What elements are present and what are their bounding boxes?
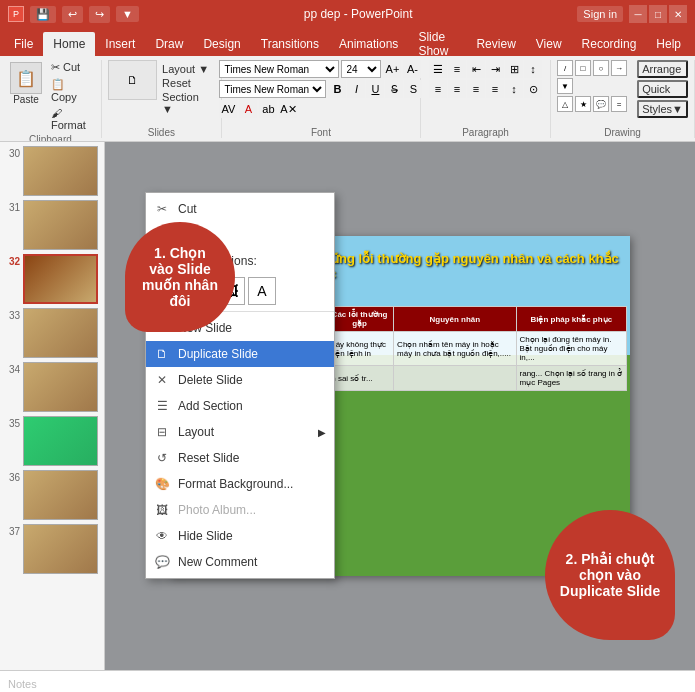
slide-num-32: 32 [4, 256, 20, 267]
shape-star[interactable]: ★ [575, 96, 591, 112]
layout-icon: ⊟ [154, 424, 170, 440]
title-bar: P 💾 ↩ ↪ ▼ pp dep - PowerPoint Sign in ─ … [0, 0, 695, 28]
cell-loi-2: In sai số tr... [326, 366, 394, 391]
tab-animations[interactable]: Animations [329, 32, 408, 56]
slide-thumb-33[interactable]: 33 [4, 308, 100, 358]
tab-slideshow[interactable]: Slide Show [408, 32, 466, 56]
tab-recording[interactable]: Recording [572, 32, 647, 56]
slide-thumb-32[interactable]: 32 [4, 254, 100, 304]
font-control-panel: Times New Roman 24 A+ A- Times New Roman… [219, 60, 422, 118]
font-size-select[interactable]: 24 [341, 60, 381, 78]
ctx-photo-album: 🖼 Photo Album... [146, 497, 334, 523]
italic-button[interactable]: I [347, 80, 365, 98]
ctx-new-comment[interactable]: 💬 New Comment [146, 549, 334, 575]
line-spacing-button[interactable]: ↕ [505, 80, 523, 98]
slide-thumb-36[interactable]: 36 [4, 470, 100, 520]
save-button[interactable]: 💾 [30, 6, 56, 23]
bold-button[interactable]: B [328, 80, 346, 98]
slide-thumb-37[interactable]: 37 [4, 524, 100, 574]
shape-arrow[interactable]: → [611, 60, 627, 76]
justify-button[interactable]: ≡ [486, 80, 504, 98]
hide-slide-icon: 👁 [154, 528, 170, 544]
tab-draw[interactable]: Draw [145, 32, 193, 56]
shape-triangle[interactable]: △ [557, 96, 573, 112]
slide-panel: 30 31 32 33 34 35 36 37 [0, 142, 105, 670]
strikethrough-button[interactable]: S̶ [385, 80, 403, 98]
annotation-1-text: 1. Chọn vào Slide muốn nhân đôi [134, 237, 226, 317]
decrease-font-button[interactable]: A- [403, 60, 421, 78]
shape-line[interactable]: / [557, 60, 573, 76]
slide-img-33 [23, 308, 98, 358]
slide-thumb-30[interactable]: 30 [4, 146, 100, 196]
customize-qat-button[interactable]: ▼ [116, 6, 139, 22]
bullets-button[interactable]: ☰ [429, 60, 447, 78]
tab-design[interactable]: Design [193, 32, 250, 56]
increase-indent-button[interactable]: ⇥ [486, 60, 504, 78]
font-family-select-2[interactable]: Times New Roman [219, 80, 326, 98]
slide-thumb-35[interactable]: 35 [4, 416, 100, 466]
ctx-duplicate-slide[interactable]: 🗋 Duplicate Slide [146, 341, 334, 367]
arrange-button[interactable]: Arrange [637, 60, 688, 78]
tab-review[interactable]: Review [466, 32, 525, 56]
ctx-reset-slide[interactable]: ↺ Reset Slide [146, 445, 334, 471]
format-painter-button[interactable]: 🖌 Format [48, 106, 95, 132]
char-spacing-button[interactable]: AV [219, 100, 237, 118]
ctx-new-comment-label: New Comment [178, 555, 257, 569]
paste-button[interactable]: 📋 Paste [6, 60, 46, 107]
undo-button[interactable]: ↩ [62, 6, 83, 23]
tab-help[interactable]: Help [646, 32, 691, 56]
tab-insert[interactable]: Insert [95, 32, 145, 56]
reset-button[interactable]: Reset [159, 76, 215, 90]
ctx-cut[interactable]: ✂ Cut [146, 196, 334, 222]
add-section-icon: ☰ [154, 398, 170, 414]
numbering-button[interactable]: ≡ [448, 60, 466, 78]
convert-smartart-button[interactable]: ⊙ [524, 80, 542, 98]
align-center-button[interactable]: ≡ [448, 80, 466, 98]
ctx-hide-slide[interactable]: 👁 Hide Slide [146, 523, 334, 549]
section-button[interactable]: Section ▼ [159, 90, 215, 116]
maximize-button[interactable]: □ [649, 5, 667, 23]
notes-placeholder: Notes [8, 678, 37, 690]
redo-button[interactable]: ↪ [89, 6, 110, 23]
slide-thumb-34[interactable]: 34 [4, 362, 100, 412]
layout-button[interactable]: Layout ▼ [159, 62, 215, 76]
paste-text-only-btn[interactable]: A [248, 277, 276, 305]
text-direction-button[interactable]: ↕ [524, 60, 542, 78]
ctx-delete-slide[interactable]: ✕ Delete Slide [146, 367, 334, 393]
align-right-button[interactable]: ≡ [467, 80, 485, 98]
shape-callout[interactable]: 💬 [593, 96, 609, 112]
annotation-2-text: 2. Phải chuột chọn vào Duplicate Slide [550, 541, 670, 609]
shape-fill-button[interactable]: Styles▼ [637, 100, 688, 118]
slide-thumb-31[interactable]: 31 [4, 200, 100, 250]
align-left-button[interactable]: ≡ [429, 80, 447, 98]
window-title: pp dep - PowerPoint [139, 7, 577, 21]
cut-button[interactable]: ✂ Cut [48, 60, 95, 75]
ctx-format-background[interactable]: 🎨 Format Background... [146, 471, 334, 497]
copy-button[interactable]: 📋 Copy [48, 77, 95, 104]
tab-transitions[interactable]: Transitions [251, 32, 329, 56]
font-family-select[interactable]: Times New Roman [219, 60, 339, 78]
increase-font-button[interactable]: A+ [383, 60, 401, 78]
tab-view[interactable]: View [526, 32, 572, 56]
shape-rect[interactable]: □ [575, 60, 591, 76]
clear-format-button[interactable]: A✕ [279, 100, 297, 118]
shadow-button[interactable]: S [404, 80, 422, 98]
columns-button[interactable]: ⊞ [505, 60, 523, 78]
quick-styles-button[interactable]: Quick [637, 80, 688, 98]
shape-more[interactable]: ▼ [557, 78, 573, 94]
minimize-button[interactable]: ─ [629, 5, 647, 23]
tab-file[interactable]: File [4, 32, 43, 56]
shape-eq[interactable]: = [611, 96, 627, 112]
decrease-indent-button[interactable]: ⇤ [467, 60, 485, 78]
signin-button[interactable]: Sign in [577, 6, 623, 22]
highlight-button[interactable]: ab [259, 100, 277, 118]
ctx-add-section[interactable]: ☰ Add Section [146, 393, 334, 419]
underline-button[interactable]: U [366, 80, 384, 98]
tab-home[interactable]: Home [43, 32, 95, 56]
format-bg-icon: 🎨 [154, 476, 170, 492]
font-color-button[interactable]: A [239, 100, 257, 118]
ctx-layout[interactable]: ⊟ Layout ▶ [146, 419, 334, 445]
slide-num-35: 35 [4, 418, 20, 429]
shape-circle[interactable]: ○ [593, 60, 609, 76]
close-button[interactable]: ✕ [669, 5, 687, 23]
